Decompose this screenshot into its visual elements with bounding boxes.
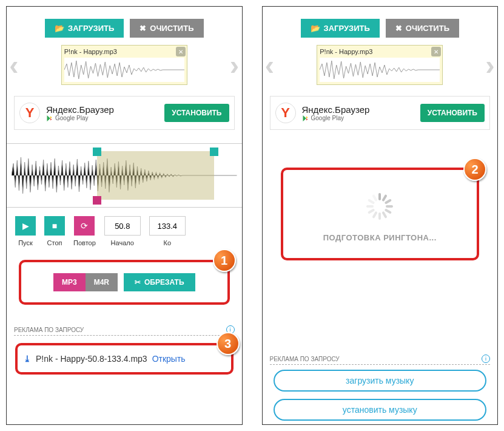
repeat-label: Повтор [73,239,96,246]
file-nav-row: ‹ P!nk - Happy.mp3 ✕ › [7,45,242,85]
repeat-button[interactable]: ⟳ [74,216,95,236]
folder-icon: 📂 [55,24,64,33]
file-close-button-r[interactable]: ✕ [431,47,441,56]
ad-title-r: Яндекс.Браузер [302,104,414,115]
controls-row: ▶Пуск ■Стоп ⟳Повтор Начало Ко [7,208,242,249]
close-icon: ✖ [139,24,146,33]
download-open-link[interactable]: Открыть [152,354,186,364]
file-name: P!nk - Happy.mp3 [64,48,184,55]
spinner-icon [365,192,394,221]
download-filename: P!nk - Happy-50.8-133.4.mp3 [36,354,147,364]
file-name-r: P!nk - Happy.mp3 [320,48,440,55]
screen-right: 📂ЗАГРУЗИТЬ ✖ОЧИСТИТЬ ‹ P!nk - Happy.mp3 … [262,6,499,425]
ad-request-label-r: РЕКЛАМА ПО ЗАПРОСУi [270,355,491,365]
ad-install-button-r[interactable]: УСТАНОВИТЬ [420,104,485,122]
file-close-button[interactable]: ✕ [176,47,186,56]
loading-panel: ПОДГОТОВКА РИНГТОНА... 2 [281,168,480,260]
end-input[interactable] [149,216,186,236]
clear-label: ОЧИСТИТЬ [150,24,193,33]
load-music-link[interactable]: загрузить музыку [274,370,487,392]
download-check-icon: ⤓ [24,354,31,364]
file-waveform-thumb-r [320,58,440,82]
google-play-icon-r [302,115,309,122]
end-handle[interactable] [210,148,218,156]
selection-range[interactable] [97,151,214,200]
format-mp3-button[interactable]: MP3 [53,273,86,291]
ad-text: Яндекс.Браузер Google Play [46,104,158,122]
load-label-r: ЗАГРУЗИТЬ [324,24,370,33]
file-waveform-thumb [64,58,184,82]
top-buttons: 📂ЗАГРУЗИТЬ ✖ОЧИСТИТЬ [7,7,242,45]
load-button-r[interactable]: 📂ЗАГРУЗИТЬ [301,19,380,38]
download-panel: ⤓ P!nk - Happy-50.8-133.4.mp3 Открыть 3 [15,343,234,375]
prev-chevron-icon-r[interactable]: ‹ [264,50,276,80]
ad-info-icon-r[interactable]: i [482,355,490,363]
ad-banner[interactable]: Y Яндекс.Браузер Google Play УСТАНОВИТЬ [14,96,235,130]
cut-panel: MP3 M4R ✂ОБРЕЗАТЬ 1 [19,260,230,305]
ad-banner-r[interactable]: Y Яндекс.Браузер Google Play УСТАНОВИТЬ [270,96,491,130]
cut-button[interactable]: ✂ОБРЕЗАТЬ [124,273,195,291]
stop-button[interactable]: ■ [44,216,65,236]
ad-store: Google Play [46,115,158,122]
scissors-icon: ✂ [135,278,141,287]
loading-text: ПОДГОТОВКА РИНГТОНА... [323,233,437,242]
callout-1: 1 [213,249,236,272]
file-nav-row-r: ‹ P!nk - Happy.mp3 ✕ › [263,45,498,85]
clear-button[interactable]: ✖ОЧИСТИТЬ [130,19,203,38]
ad-request-label: РЕКЛАМА ПО ЗАПРОСУi [14,325,235,336]
screen-left: 📂ЗАГРУЗИТЬ ✖ОЧИСТИТЬ ‹ P!nk - Happy.mp3 … [6,6,243,425]
ad-install-button[interactable]: УСТАНОВИТЬ [164,104,229,122]
next-chevron-icon-r[interactable]: › [484,50,496,80]
file-card-r[interactable]: P!nk - Happy.mp3 ✕ [317,45,443,85]
yandex-logo-icon-r: Y [275,103,296,123]
load-button[interactable]: 📂ЗАГРУЗИТЬ [45,19,124,38]
format-m4r-button[interactable]: M4R [86,273,118,291]
stop-label: Стоп [47,239,62,246]
ad-title: Яндекс.Браузер [46,104,158,115]
format-toggle: MP3 M4R [53,273,118,291]
start-label: Начало [111,239,134,246]
ad-text-r: Яндекс.Браузер Google Play [302,104,414,122]
start-handle[interactable] [93,148,101,156]
ad-store-r: Google Play [302,115,414,122]
cursor-handle[interactable] [93,196,101,205]
cut-label: ОБРЕЗАТЬ [144,278,184,287]
callout-3: 3 [217,332,240,355]
end-label: Ко [164,239,172,246]
callout-2: 2 [463,158,486,181]
set-music-link[interactable]: установить музыку [274,399,487,421]
play-button[interactable]: ▶ [15,216,36,236]
play-label: Пуск [18,239,33,246]
load-label: ЗАГРУЗИТЬ [68,24,114,33]
prev-chevron-icon[interactable]: ‹ [8,50,20,80]
file-card[interactable]: P!nk - Happy.mp3 ✕ [61,45,187,85]
clear-button-r[interactable]: ✖ОЧИСТИТЬ [386,19,459,38]
next-chevron-icon[interactable]: › [229,50,241,80]
folder-icon: 📂 [311,24,320,33]
close-icon: ✖ [395,24,402,33]
waveform-large[interactable] [12,151,237,200]
google-play-icon [46,115,53,122]
yandex-logo-icon: Y [19,103,40,123]
clear-label-r: ОЧИСТИТЬ [406,24,449,33]
waveform-editor [7,143,242,208]
start-input[interactable] [104,216,141,236]
top-buttons-r: 📂ЗАГРУЗИТЬ ✖ОЧИСТИТЬ [263,7,498,45]
